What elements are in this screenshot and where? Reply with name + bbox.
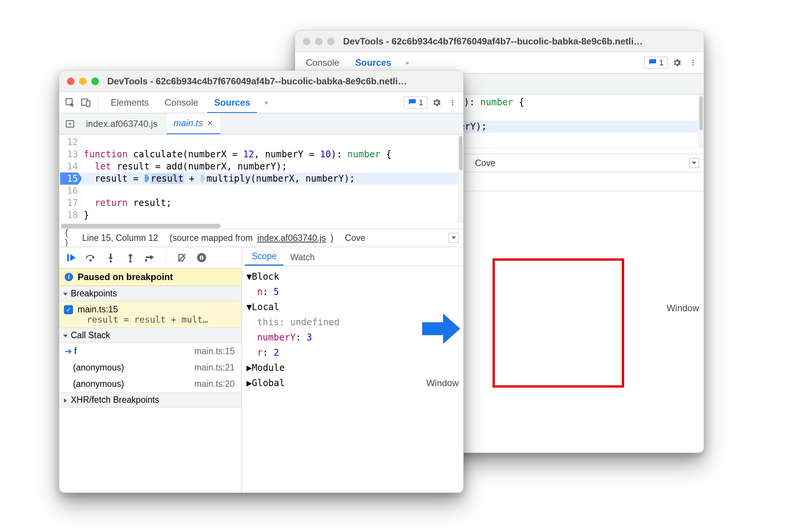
horizontal-scrollbar[interactable]: [59, 223, 463, 229]
svg-point-12: [452, 104, 453, 106]
status-dropdown-icon[interactable]: [689, 158, 699, 168]
more-tabs-icon[interactable]: »: [259, 96, 273, 109]
inspect-icon[interactable]: [63, 96, 77, 109]
svg-point-2: [692, 64, 694, 66]
coverage-label: Cove: [475, 158, 496, 168]
file-tab-main[interactable]: main.ts ✕: [167, 113, 220, 135]
traffic-lights: [67, 78, 99, 85]
settings-icon[interactable]: [430, 96, 443, 109]
scope-panel: Scope Watch ▼Block n: 5 ▼Local this: und…: [242, 247, 463, 492]
step-over-icon[interactable]: [85, 252, 97, 263]
svg-point-11: [452, 102, 453, 103]
file-tab-index[interactable]: index.af063740.js: [79, 113, 164, 135]
scope-block[interactable]: ▼Block: [246, 269, 459, 284]
scope-tab-scope[interactable]: Scope: [245, 248, 283, 266]
checkbox-icon[interactable]: ✓: [64, 305, 73, 314]
zoom-dot[interactable]: [91, 78, 99, 85]
svg-marker-19: [108, 257, 113, 260]
svg-marker-16: [70, 254, 76, 261]
svg-point-10: [452, 100, 453, 101]
step-into-icon[interactable]: [105, 252, 116, 263]
svg-point-17: [89, 259, 92, 261]
scope-tree: ▼Block n: 5 ▼Local this: undefined numbe…: [242, 266, 463, 492]
vertical-scrollbar[interactable]: [458, 135, 463, 223]
svg-point-28: [197, 253, 206, 262]
scope-global[interactable]: ▶GlobalWindow: [246, 375, 459, 391]
svg-rect-9: [86, 101, 90, 106]
window-title: DevTools - 62c6b934c4b7f676049af4b7--buc…: [107, 76, 456, 87]
debugger-sidebar: i Paused on breakpoint Breakpoints ✓ mai…: [59, 247, 242, 492]
svg-point-26: [145, 259, 147, 261]
svg-rect-30: [202, 255, 203, 260]
current-frame-icon: ➔: [65, 346, 72, 356]
sourcemap-link[interactable]: index.af063740.js: [257, 233, 326, 243]
section-callstack[interactable]: Call Stack: [59, 328, 242, 343]
scope-tab-watch[interactable]: Watch: [283, 249, 321, 266]
step-out-icon[interactable]: [125, 252, 136, 263]
navigator-toggle-icon[interactable]: [63, 117, 77, 131]
code-editor[interactable]: 12 13 14 15 16 17 18 function calculate(…: [59, 135, 463, 223]
vertical-scrollbar[interactable]: [698, 95, 704, 148]
info-icon: i: [65, 273, 73, 281]
sourcemap-prefix: (source mapped from: [170, 233, 253, 243]
minimize-dot[interactable]: [79, 78, 87, 85]
issues-count: 1: [419, 98, 423, 108]
titlebar: DevTools - 62c6b934c4b7f676049af4b7--buc…: [59, 71, 463, 92]
window-title: DevTools - 62c6b934c4b7f676049af4b7--buc…: [343, 36, 696, 47]
stack-frame-1[interactable]: (anonymous)main.ts:21: [59, 359, 242, 376]
pretty-print-icon[interactable]: { }: [64, 231, 78, 245]
stack-frame-0[interactable]: ➔fmain.ts:15: [59, 343, 242, 359]
close-dot[interactable]: [303, 38, 310, 45]
issues-badge[interactable]: 1: [404, 97, 428, 109]
annotation-arrow-icon: [422, 312, 460, 347]
issue-icon: [408, 98, 416, 107]
main-toolbar: Elements Console Sources » 1: [59, 92, 463, 113]
issues-badge[interactable]: 1: [644, 57, 668, 69]
more-tabs-icon[interactable]: »: [400, 56, 414, 70]
tab-elements[interactable]: Elements: [104, 92, 156, 113]
svg-rect-24: [146, 256, 150, 258]
issues-count: 1: [659, 58, 664, 68]
call-stack-list: ➔fmain.ts:15 (anonymous)main.ts:21 (anon…: [59, 343, 242, 392]
step-icon[interactable]: [145, 252, 156, 263]
tab-sources[interactable]: Sources: [207, 92, 257, 113]
close-icon[interactable]: ✕: [207, 113, 213, 134]
status-dropdown-icon[interactable]: [449, 233, 459, 243]
exec-marker-icon: [144, 173, 150, 185]
kebab-menu-icon[interactable]: [686, 56, 700, 70]
section-breakpoints[interactable]: Breakpoints: [59, 286, 242, 301]
breakpoint-item[interactable]: ✓ main.ts:15 result = result + mult…: [59, 301, 242, 328]
tab-console[interactable]: Console: [158, 92, 205, 113]
minimize-dot[interactable]: [315, 38, 323, 45]
titlebar: DevTools - 62c6b934c4b7f676049af4b7--buc…: [295, 31, 704, 52]
call-marker-icon: [200, 173, 206, 185]
svg-point-23: [129, 260, 132, 263]
scope-module[interactable]: ▶Module: [246, 360, 459, 375]
file-tabs: index.af063740.js main.ts ✕: [59, 113, 463, 135]
var-n[interactable]: n: 5: [246, 284, 459, 299]
resume-icon[interactable]: [65, 252, 77, 263]
svg-marker-21: [128, 253, 133, 256]
close-dot[interactable]: [67, 78, 75, 85]
var-r[interactable]: r: 2: [246, 345, 459, 360]
section-xhr[interactable]: XHR/fetch Breakpoints: [59, 392, 242, 408]
scope-tabs: Scope Watch: [242, 247, 463, 266]
svg-rect-29: [200, 255, 201, 260]
settings-icon[interactable]: [670, 56, 684, 70]
cursor-position: Line 15, Column 12: [82, 233, 158, 243]
svg-rect-22: [130, 256, 131, 260]
line-gutter[interactable]: 12 13 14 15 16 17 18: [59, 135, 81, 223]
zoom-dot[interactable]: [327, 38, 335, 45]
traffic-lights: [303, 38, 335, 45]
deactivate-breakpoints-icon[interactable]: [176, 252, 188, 263]
svg-point-1: [692, 62, 694, 63]
pause-message: Paused on breakpoint: [78, 272, 173, 282]
svg-rect-15: [67, 254, 69, 261]
kebab-menu-icon[interactable]: [446, 96, 459, 109]
pause-icon[interactable]: [196, 252, 207, 263]
svg-rect-18: [110, 253, 111, 257]
stack-frame-2[interactable]: (anonymous)main.ts:20: [59, 376, 242, 392]
device-icon[interactable]: [79, 96, 93, 109]
pause-banner: i Paused on breakpoint: [59, 268, 242, 286]
svg-point-0: [692, 60, 694, 61]
